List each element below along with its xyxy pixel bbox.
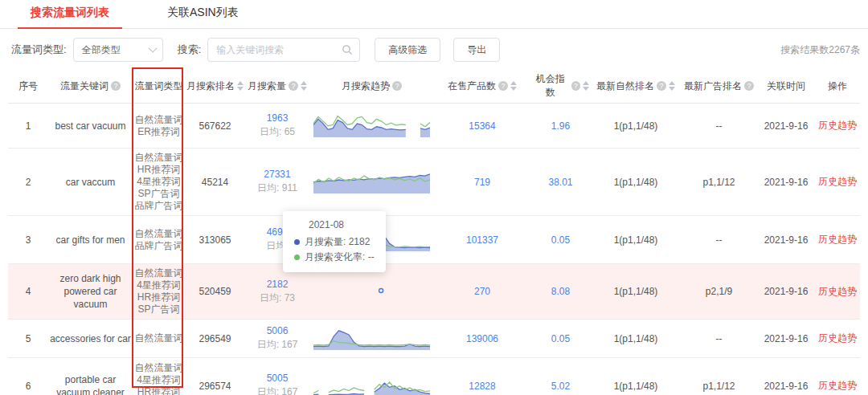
cell-trend — [309, 320, 434, 358]
trend-chart[interactable] — [313, 370, 430, 395]
cell-month-rank: 520459 — [185, 264, 245, 320]
info-icon[interactable]: ? — [111, 81, 121, 91]
opportunity-link[interactable]: 38.01 — [548, 177, 572, 188]
sort-icon[interactable] — [301, 81, 307, 91]
cell-traffic-types: 自然流量词 品牌广告词 — [133, 216, 185, 264]
cell-keyword: accessories for car — [48, 320, 133, 358]
cell-month-rank: 296574 — [185, 358, 245, 395]
cell-index: 6 — [8, 358, 48, 395]
cell-date: 2021-9-16 — [757, 216, 815, 264]
cell-index: 1 — [8, 104, 48, 149]
products-link[interactable]: 719 — [474, 177, 490, 188]
cell-month-rank: 313065 — [185, 216, 245, 264]
cell-date: 2021-9-16 — [757, 104, 815, 149]
trend-chart[interactable] — [313, 110, 430, 139]
trend-chart[interactable] — [313, 166, 430, 195]
history-trend-link[interactable]: 历史趋势 — [818, 120, 857, 131]
products-link[interactable]: 12828 — [469, 381, 495, 392]
cell-date: 2021-9-16 — [757, 149, 815, 216]
opportunity-link[interactable]: 0.05 — [551, 333, 570, 344]
trend-chart[interactable] — [313, 276, 430, 305]
cell-trend — [309, 358, 434, 395]
cell-organic-rank: 1(p1,1/48) — [591, 358, 681, 395]
search-input[interactable] — [216, 44, 342, 55]
info-icon[interactable]: ? — [657, 81, 666, 91]
header-ad-rank: 最新广告排名? — [681, 69, 757, 104]
cell-index: 5 — [8, 320, 48, 358]
search-box — [207, 38, 360, 62]
tab-bar: 搜索流量词列表 关联ASIN列表 — [0, 0, 868, 29]
cell-keyword: zero dark high powered car vacuum — [48, 264, 133, 320]
chart-tooltip: 2021-08 月搜索量: 2182 月搜索变化率: -- — [283, 211, 386, 272]
cell-action: 历史趋势 — [815, 216, 860, 264]
header-opportunity: 机会指数? — [530, 69, 591, 104]
keyword-table: 序号 流量关键词? 流量词类型 月搜索排名 月搜索量? 月搜索趋势? 在售产品数… — [8, 69, 860, 395]
history-trend-link[interactable]: 历史趋势 — [818, 234, 857, 245]
daily-average: 日均: 911 — [247, 181, 308, 195]
cell-opportunity: 0.05 — [530, 216, 591, 264]
traffic-type-select[interactable]: 全部类型 — [73, 38, 163, 62]
opportunity-link[interactable]: 5.02 — [551, 381, 570, 392]
traffic-type-label: 流量词类型: — [11, 43, 67, 57]
advanced-filter-button[interactable]: 高级筛选 — [375, 38, 440, 62]
sort-icon[interactable] — [237, 81, 244, 91]
volume-link[interactable]: 5006 — [247, 325, 308, 336]
info-icon[interactable]: ? — [289, 81, 298, 91]
cell-month-rank: 567622 — [185, 104, 245, 149]
volume-link[interactable]: 1963 — [247, 112, 308, 124]
cell-keyword: best car vacuum — [48, 104, 133, 149]
cell-opportunity: 0.05 — [530, 320, 591, 358]
volume-link[interactable]: 5005 — [247, 373, 308, 384]
tab-search-traffic-words[interactable]: 搜索流量词列表 — [18, 0, 122, 28]
cell-organic-rank: 1(p1,1/48) — [591, 216, 681, 264]
header-index: 序号 — [8, 69, 48, 104]
sort-icon[interactable] — [583, 81, 589, 91]
products-link[interactable]: 270 — [474, 286, 490, 297]
cell-action: 历史趋势 — [815, 320, 860, 358]
info-icon[interactable]: ? — [498, 81, 508, 91]
products-link[interactable]: 101337 — [466, 234, 498, 246]
sort-icon[interactable] — [669, 81, 675, 91]
cell-traffic-types: 自然流量词 HR推荐词 4星推荐词 SP广告词 品牌广告词 — [133, 149, 185, 216]
cell-keyword: car vaccum — [48, 149, 133, 216]
history-trend-link[interactable]: 历史趋势 — [818, 332, 857, 344]
products-link[interactable]: 15364 — [469, 120, 495, 132]
products-link[interactable]: 139006 — [466, 333, 498, 344]
cell-action: 历史趋势 — [815, 149, 860, 216]
volume-link[interactable]: 27331 — [247, 169, 308, 180]
cell-ad-rank: -- — [681, 320, 757, 358]
history-trend-link[interactable]: 历史趋势 — [818, 286, 857, 297]
daily-average: 日均: 167 — [247, 338, 308, 352]
cell-organic-rank: 1(p1,1/48) — [591, 320, 681, 358]
cell-action: 历史趋势 — [815, 264, 860, 320]
opportunity-link[interactable]: 0.05 — [551, 234, 570, 246]
info-icon[interactable]: ? — [392, 81, 402, 91]
opportunity-link[interactable]: 8.08 — [551, 286, 570, 297]
cell-date: 2021-9-16 — [757, 320, 815, 358]
info-icon[interactable]: ? — [571, 81, 580, 91]
search-icon[interactable] — [342, 44, 353, 55]
table-row: 2 car vaccum 自然流量词 HR推荐词 4星推荐词 SP广告词 品牌广… — [8, 149, 860, 216]
opportunity-link[interactable]: 1.96 — [551, 120, 570, 132]
sort-icon[interactable] — [510, 81, 517, 91]
cell-opportunity: 8.08 — [530, 264, 591, 320]
cell-ad-rank: -- — [681, 216, 757, 264]
tooltip-volume: 月搜索量: 2182 — [305, 234, 370, 250]
cell-traffic-types: 自然流量词 4星推荐词 HR推荐词 SP广告词 — [133, 264, 185, 320]
cell-date: 2021-9-16 — [757, 358, 815, 395]
tab-related-asin[interactable]: 关联ASIN列表 — [154, 0, 252, 28]
volume-link[interactable]: 2182 — [247, 279, 308, 290]
cell-products: 270 — [434, 264, 530, 320]
header-month-rank: 月搜索排名 — [185, 69, 245, 104]
cell-traffic-types: 自然流量词 4星推荐词 HR推荐词 SP广告词 — [133, 358, 185, 395]
info-icon[interactable]: ? — [744, 81, 754, 91]
history-trend-link[interactable]: 历史趋势 — [818, 380, 857, 391]
history-trend-link[interactable]: 历史趋势 — [818, 176, 857, 187]
export-button[interactable]: 导出 — [453, 38, 500, 62]
cell-month-volume: 5006日均: 167 — [245, 320, 309, 358]
daily-average: 日均: 65 — [247, 125, 308, 139]
cell-month-volume: 5005日均: 167 — [245, 358, 309, 395]
trend-chart[interactable] — [313, 323, 430, 352]
cell-organic-rank: 1(p1,1/48) — [591, 264, 681, 320]
cell-opportunity: 1.96 — [530, 104, 591, 149]
